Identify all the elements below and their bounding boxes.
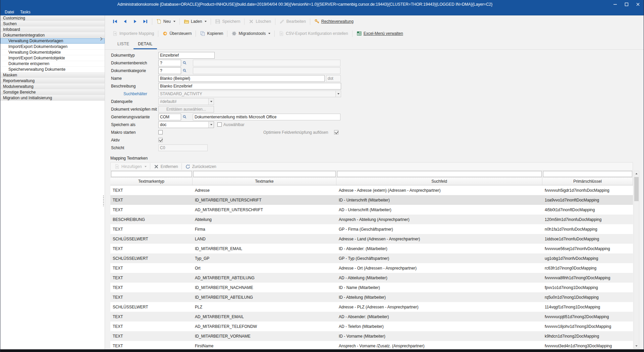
dokumentkategorie-value-input[interactable]	[193, 67, 340, 74]
splitter-grip[interactable]	[103, 195, 104, 206]
filter-input-suchfeld[interactable]	[337, 171, 542, 177]
speichern-als-select[interactable]: doc	[158, 121, 214, 128]
table-row[interactable]: SCHLÜSSELWERTTyp_GPGP - Typ (Geschäftspa…	[110, 253, 633, 263]
scrollbar-thumb[interactable]	[634, 177, 639, 201]
form-row-dokumentkategorie: Dokumentkategorie	[105, 67, 644, 74]
sidebar-item-masken[interactable]: Masken	[0, 72, 105, 78]
laden-button[interactable]: Laden	[182, 18, 209, 25]
table-row[interactable]: TEXTAdresseAdresse - Adresse (extern) (A…	[110, 185, 633, 195]
maximize-button[interactable]	[621, 0, 632, 9]
scroll-down-button[interactable]	[634, 343, 639, 348]
column-header-textmarke[interactable]: Textmarke	[193, 178, 336, 185]
table-row[interactable]: TEXTFirstNameAnsprech - Vorname /Zusatz.…	[110, 341, 633, 349]
importiere-mapping-button[interactable]: Importiere Mapping	[110, 30, 156, 37]
neu-button[interactable]: Neu	[154, 18, 177, 25]
table-row[interactable]: TEXTID_MITARBEITER_VORNAMEID - Vorname (…	[110, 331, 633, 341]
sidebar-item-dokumentenintegration[interactable]: Dokumentenintegration	[0, 33, 105, 38]
sidebar-item-infoboard[interactable]: Infoboard	[0, 27, 105, 33]
sidebar-item-import-export-dokumentobjekte[interactable]: Import/Export Dokumentobjekte	[0, 55, 105, 61]
entitaeten-auswaehlen-button[interactable]: Entitäten auswählen...	[158, 106, 214, 113]
generierungsvariante-lookup-button[interactable]	[182, 114, 187, 120]
sidebar-item-verwaltung-dokumentvorlagen[interactable]: Verwaltung Dokumentvorlagen	[0, 38, 105, 44]
makro-starten-checkbox[interactable]	[158, 130, 163, 134]
toolbar-separator	[158, 31, 158, 37]
grid-header-row: TextmarkentypTextmarkeSuchfeldPrimärschl…	[110, 177, 633, 185]
table-row[interactable]: BESCHREIBUNGAbteilungAnsprech - Abteilun…	[110, 215, 633, 224]
table-row[interactable]: TEXTID_MITARBEITER_NACHNAMEID - Name (Mi…	[110, 283, 633, 292]
sidebar-item-verwaltung-dokumentobjekte[interactable]: Verwaltung Dokumentobjekte	[0, 50, 105, 55]
filter-input-primaerschluessel[interactable]	[543, 171, 632, 177]
dokumentkategorie-code-input[interactable]	[158, 67, 181, 74]
sidebar-item-suchen[interactable]: Suchen	[0, 21, 105, 27]
rechteverwaltung-button[interactable]: Rechteverwaltung	[312, 18, 356, 25]
beschreibung-input[interactable]	[158, 83, 341, 90]
suchbehaelter-select[interactable]: STANDARD_ACTIVITY	[158, 91, 341, 97]
close-button[interactable]	[632, 0, 644, 9]
schicht-input[interactable]	[158, 144, 208, 151]
sidebar-item-sonstige-bereiche[interactable]: Sonstige Bereiche	[0, 90, 105, 95]
nav-prev-button[interactable]	[120, 18, 130, 25]
table-row[interactable]: TEXTAD_MITARBEITER_UNTERSCHRIFTAD - Unte…	[110, 205, 633, 215]
entfernen-button[interactable]: Entfernen	[152, 163, 180, 170]
neu-button-label: Neu	[163, 19, 171, 24]
dokumentenbereich-code-input[interactable]	[158, 60, 181, 66]
zuruecksetzen-button[interactable]: Zurücksetzen	[183, 163, 218, 170]
dokumentenbereich-lookup-button[interactable]	[182, 60, 187, 66]
csv-export-konfiguration-button[interactable]: CSV-Export Konfiguration erstellen	[277, 30, 350, 37]
column-header-textmarkentyp[interactable]: Textmarkentyp	[110, 178, 193, 185]
excel-menu-verwalten-button[interactable]: Excel-Menü verwalten	[355, 30, 405, 37]
dokumentenbereich-value-input[interactable]	[193, 60, 340, 66]
scrollbar-track[interactable]	[634, 201, 639, 343]
nav-next-button[interactable]	[130, 18, 140, 25]
filter-input-textmarke[interactable]	[193, 171, 336, 177]
tab-liste[interactable]: LISTE	[113, 40, 133, 49]
sidebar-item-modulverwaltung[interactable]: Modulverwaltung	[0, 84, 105, 90]
tab-detail[interactable]: DETAIL	[133, 40, 157, 49]
bearbeiten-button[interactable]: Bearbeiten	[277, 18, 308, 25]
sidebar-item-import-export-dokumentvorlagen[interactable]: Import/Export Dokumentvorlagen	[0, 44, 105, 50]
kopieren-button[interactable]: Kopieren	[198, 30, 225, 37]
table-row[interactable]: TEXTOrtAdresse - Ort (Adressen - Ansprec…	[110, 263, 633, 273]
sidebar-item-speicherverwaltung-dokumente[interactable]: Speicherverwaltung Dokumente	[0, 67, 105, 72]
column-header-suchfeld[interactable]: Suchfeld	[336, 178, 542, 185]
datenquelle-select[interactable]: #default#	[158, 98, 214, 105]
optimiere-feldverknuepfung-checkbox[interactable]	[334, 130, 338, 134]
table-row[interactable]: TEXTID_MITARBEITER_ABTEILUNGID - Abteilu…	[110, 292, 633, 302]
uebersteuern-button[interactable]: Übersteuern	[160, 30, 194, 37]
table-row[interactable]: TEXTAD_MITARBEITER_EMAILAD - Absender: (…	[110, 312, 633, 321]
menu-tasks[interactable]: Tasks	[17, 9, 34, 15]
filter-input-textmarkentyp[interactable]	[111, 171, 192, 177]
auswaehlbar-checkbox[interactable]	[217, 122, 222, 127]
reset-icon	[185, 164, 191, 169]
sidebar-item-migration-und-initialisierung[interactable]: Migration und Initialisierung	[0, 95, 105, 101]
migrationstools-button[interactable]: Migrationstools	[229, 30, 272, 37]
vertical-scrollbar[interactable]	[634, 171, 639, 349]
speichern-button[interactable]: Speichern	[213, 18, 242, 25]
table-row[interactable]: TEXTAD_MITARBEITER_ABTEILUNGAD - Abteilu…	[110, 273, 633, 283]
csv-export-konfiguration-button-label: CSV-Export Konfiguration erstellen	[286, 31, 348, 36]
column-header-primaerschluessel[interactable]: Primärschlüssel	[542, 178, 633, 185]
table-row[interactable]: TEXTAD_MITARBEITER_TELEFONDWAD - Telefon…	[110, 321, 633, 331]
table-row[interactable]: TEXTID_MITARBEITER_EMAILID - Absender: (…	[110, 244, 633, 253]
scroll-up-button[interactable]	[634, 171, 639, 176]
dokumenttyp-input[interactable]	[158, 52, 215, 59]
minimize-button[interactable]	[609, 0, 621, 9]
nav-last-button[interactable]	[141, 18, 150, 25]
menu-datei[interactable]: Datei	[2, 9, 17, 15]
dokumentkategorie-lookup-button[interactable]	[182, 68, 187, 74]
table-row[interactable]: SCHLÜSSELWERTPLZAdresse - PLZ (Adressen …	[110, 302, 633, 312]
sidebar-item-reportverwaltung[interactable]: Reportverwaltung	[0, 78, 105, 84]
chevron-right-icon[interactable]	[99, 36, 104, 42]
generierungsvariante-code-input[interactable]	[158, 114, 181, 120]
loeschen-button[interactable]: Löschen	[247, 18, 273, 25]
nav-first-button[interactable]	[110, 18, 120, 25]
table-row[interactable]: SCHLÜSSELWERTLANDAdresse - Land (Adresse…	[110, 234, 633, 244]
table-row[interactable]: TEXTFirmaGP - Firma (Geschäftspartner)n0…	[110, 224, 633, 234]
hinzufuegen-button[interactable]: Hinzufügen	[112, 163, 149, 170]
suchbehaelter-link-label[interactable]: Suchbehälter	[111, 92, 158, 96]
aktiv-checkbox[interactable]	[158, 138, 163, 142]
name-input[interactable]	[158, 75, 325, 82]
sidebar-item-customizing[interactable]: Customizing	[0, 15, 105, 21]
sidebar-item-dokumente-entsperren[interactable]: Dokumente entsperren	[0, 61, 105, 67]
table-row[interactable]: TEXTID_MITARBEITER_UNTERSCHRIFTID - Unte…	[110, 195, 633, 205]
